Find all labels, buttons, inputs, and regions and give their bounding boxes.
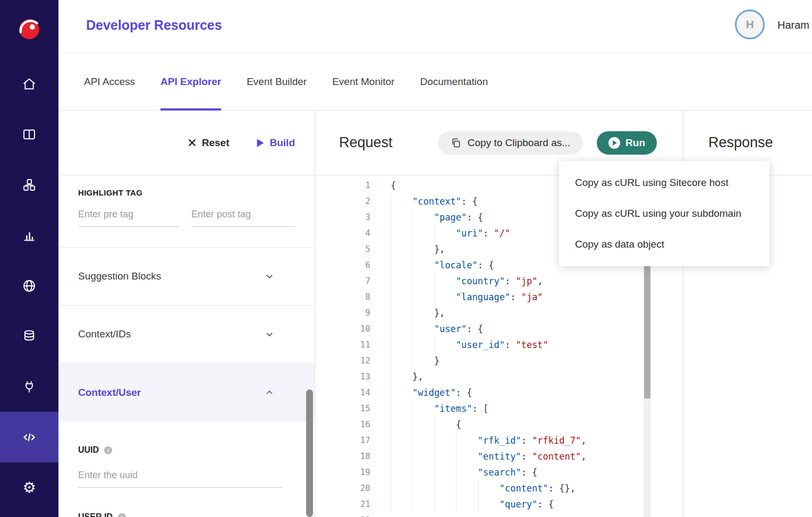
run-button-label: Run [625, 137, 645, 149]
sidebar-item-developer[interactable] [0, 412, 58, 462]
sidebar-item-settings[interactable]: ⚙ [0, 462, 58, 513]
code-line: 19"search": { [315, 464, 683, 480]
main-tabbar: API Access API Explorer Event Builder Ev… [58, 53, 812, 111]
database-icon [22, 329, 37, 344]
plug-icon [22, 379, 37, 394]
sidebar-item-components[interactable] [0, 159, 58, 210]
code-line: 14"widget": { [315, 385, 683, 401]
highlight-tag-section: HIGHLIGHT TAG [58, 175, 315, 248]
info-icon[interactable]: i [104, 446, 112, 454]
code-icon [21, 429, 37, 445]
code-line: 9}, [315, 305, 683, 321]
code-line: 17"rfk_id": "rfkid_7", [315, 433, 683, 448]
builder-toolbar: Reset Build [58, 111, 315, 175]
pre-tag-input[interactable] [78, 206, 179, 227]
code-line: 21"query": { [315, 496, 683, 512]
chevron-down-icon [265, 329, 274, 339]
code-line: 15"items": [ [315, 401, 683, 417]
user-name: Haram [777, 19, 809, 31]
user-id-label: USER ID [78, 512, 113, 517]
code-line: 7"country": "jp", [315, 273, 683, 289]
post-tag-input[interactable] [191, 206, 295, 227]
build-button[interactable]: Build [256, 137, 295, 149]
sidebar-item-database[interactable] [0, 311, 58, 361]
accordion-label: Context/User [78, 387, 141, 399]
globe-icon [22, 278, 37, 293]
chevron-down-icon [265, 272, 274, 281]
sidebar: ⚙ [0, 0, 58, 517]
run-button[interactable]: Run [597, 131, 657, 155]
accordion-label: Suggestion Blocks [78, 270, 161, 282]
response-title: Response [708, 134, 773, 151]
code-line: 13}, [315, 369, 683, 385]
sidebar-item-analytics[interactable] [0, 210, 58, 260]
code-line: 18"entity": "content", [315, 448, 683, 464]
play-icon [256, 138, 265, 148]
avatar[interactable]: H [735, 10, 765, 39]
run-play-icon [608, 137, 620, 149]
tab-event-monitor[interactable]: Event Monitor [332, 53, 394, 111]
copy-to-clipboard-button[interactable]: Copy to Clipboard as... [438, 131, 583, 155]
avatar-initial: H [746, 18, 754, 31]
chevron-up-icon [265, 388, 274, 397]
gear-icon: ⚙ [22, 479, 36, 496]
code-line: 16{ [315, 417, 683, 433]
sidebar-item-connections[interactable] [0, 361, 58, 412]
close-icon [188, 138, 197, 147]
build-label: Build [270, 137, 295, 149]
request-builder-panel: Reset Build HIGHLIGHT TAG Suggestion Blo… [58, 111, 315, 517]
page-title: Developer Resources [86, 18, 222, 33]
sitecore-logo-icon [17, 17, 41, 41]
pages-icon [22, 127, 37, 142]
copy-button-label: Copy to Clipboard as... [468, 137, 570, 149]
components-icon [22, 177, 37, 192]
analytics-icon [22, 228, 37, 243]
tab-event-builder[interactable]: Event Builder [247, 53, 307, 111]
uuid-label: UUID [78, 445, 99, 455]
tab-api-access[interactable]: API Access [84, 53, 135, 111]
uuid-field-block: UUID i [58, 422, 315, 488]
user-id-field-block: USER ID i [58, 488, 315, 517]
accordion-context-ids[interactable]: Context/IDs [58, 306, 315, 363]
code-line: 22 [315, 512, 683, 517]
reset-button[interactable]: Reset [188, 137, 230, 149]
copy-dropdown-menu: Copy as cURL using Sitecore host Copy as… [559, 161, 769, 266]
reset-label: Reset [202, 137, 230, 149]
menu-item-curl-subdomain[interactable]: Copy as cURL using your subdomain [559, 198, 769, 229]
code-line: 8"language": "ja" [315, 289, 683, 305]
accordion-suggestion-blocks[interactable]: Suggestion Blocks [58, 248, 315, 306]
sidebar-item-pages[interactable] [0, 109, 58, 159]
sidebar-item-home[interactable] [0, 58, 58, 109]
code-line: 12} [315, 353, 683, 369]
left-panel-scrollbar[interactable] [306, 389, 313, 517]
menu-item-data-object[interactable]: Copy as data object [559, 229, 769, 260]
sidebar-item-globe[interactable] [0, 260, 58, 311]
info-icon[interactable]: i [118, 513, 126, 517]
highlight-tag-heading: HIGHLIGHT TAG [78, 188, 295, 197]
menu-item-curl-sitecore-host[interactable]: Copy as cURL using Sitecore host [559, 167, 769, 198]
app-header: Developer Resources H Haram [58, 0, 812, 53]
sitecore-logo[interactable] [0, 0, 58, 58]
request-title: Request [339, 134, 393, 151]
tab-documentation[interactable]: Documentation [420, 53, 488, 111]
code-line: 20"content": {}, [315, 480, 683, 496]
accordion-context-user[interactable]: Context/User [58, 363, 315, 422]
copy-icon [451, 138, 461, 148]
code-line: 10"user": { [315, 321, 683, 337]
accordion-label: Context/IDs [78, 328, 131, 340]
home-icon [22, 77, 37, 91]
tab-api-explorer[interactable]: API Explorer [160, 53, 221, 111]
code-line: 11"user_id": "test" [315, 337, 683, 353]
uuid-input[interactable] [78, 467, 283, 488]
